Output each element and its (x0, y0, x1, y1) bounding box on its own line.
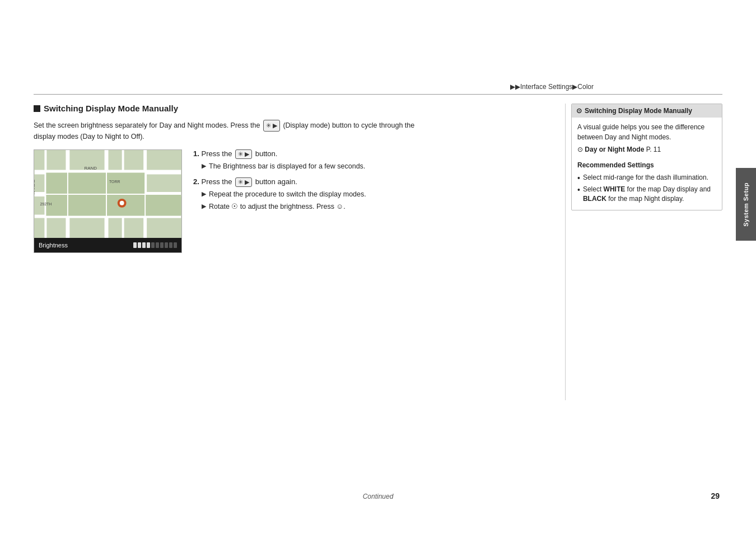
top-rule (34, 94, 722, 95)
tip-box-body: A visual guide helps you see the differe… (572, 118, 722, 210)
brightness-bar: Brightness (34, 238, 181, 252)
section-marker (34, 105, 40, 112)
vertical-divider (565, 104, 566, 400)
intro-text: Set the screen brightness separately for… (34, 120, 426, 142)
step2-bullet2: ▶ Rotate ☉ to adjust the brightness. Pre… (202, 202, 426, 212)
map-inner: RAND RANDIE TORR 292TH (34, 150, 181, 252)
rec-item-2: • Select WHITE for the map Day display a… (577, 185, 716, 204)
svg-rect-15 (146, 195, 181, 216)
step2-button: ✳ ▶ (235, 177, 252, 187)
section-heading: Switching Display Mode Manually (34, 104, 426, 113)
recommended-title: Recommended Settings (577, 160, 716, 170)
svg-rect-13 (68, 195, 106, 216)
svg-point-21 (120, 201, 124, 205)
step2-bullet1: ▶ Repeat the procedure to switch the dis… (202, 190, 426, 200)
svg-text:RANDIE: RANDIE (34, 180, 35, 194)
step-2: 2. Press the ✳ ▶ button again. ▶ Repeat … (193, 177, 426, 212)
svg-rect-10 (68, 173, 106, 194)
map-container: RAND RANDIE TORR 292TH Brightness (34, 149, 182, 253)
page-number: 29 (711, 491, 720, 500)
step1-bullet1: ▶ The Brightness bar is displayed for a … (202, 162, 426, 172)
bullet-arrow3: ▶ (202, 203, 206, 210)
page-container: ▶▶Interface Settings▶Color Switching Dis… (0, 0, 756, 534)
sidebar-panel: ⊙ Switching Display Mode Manually A visu… (571, 104, 722, 210)
tip-box: ⊙ Switching Display Mode Manually A visu… (571, 104, 722, 210)
map-svg: RAND RANDIE TORR 292TH (34, 150, 181, 238)
bullet-arrow2: ▶ (202, 190, 206, 198)
brightness-label: Brightness (39, 242, 68, 249)
svg-rect-9 (46, 173, 67, 194)
section-title: Switching Display Mode Manually (44, 104, 178, 113)
step-1: 1. Press the ✳ ▶ button. ▶ The Brightnes… (193, 149, 426, 172)
side-tab: System Setup (736, 168, 756, 241)
tip-icon: ⊙ (576, 107, 582, 115)
brightness-dots (133, 242, 177, 248)
svg-rect-14 (107, 195, 144, 216)
step1-button: ✳ ▶ (235, 149, 252, 159)
svg-text:TORR: TORR (109, 180, 120, 184)
main-content: Switching Display Mode Manually Set the … (34, 104, 426, 253)
tip-box-header: ⊙ Switching Display Mode Manually (572, 104, 722, 118)
svg-text:292TH: 292TH (40, 202, 52, 206)
bullet-arrow: ▶ (202, 162, 206, 170)
side-tab-label: System Setup (743, 182, 749, 227)
rec-item-1: • Select mid-range for the dash illumina… (577, 173, 716, 182)
display-mode-button-intro: ✳ ▶ (263, 120, 280, 132)
breadcrumb: ▶▶Interface Settings▶Color (510, 83, 594, 91)
svg-text:RAND: RAND (85, 166, 97, 171)
continued-text: Continued (363, 493, 394, 500)
steps-area: 1. Press the ✳ ▶ button. ▶ The Brightnes… (193, 149, 426, 212)
content-row: RAND RANDIE TORR 292TH Brightness (34, 149, 426, 253)
